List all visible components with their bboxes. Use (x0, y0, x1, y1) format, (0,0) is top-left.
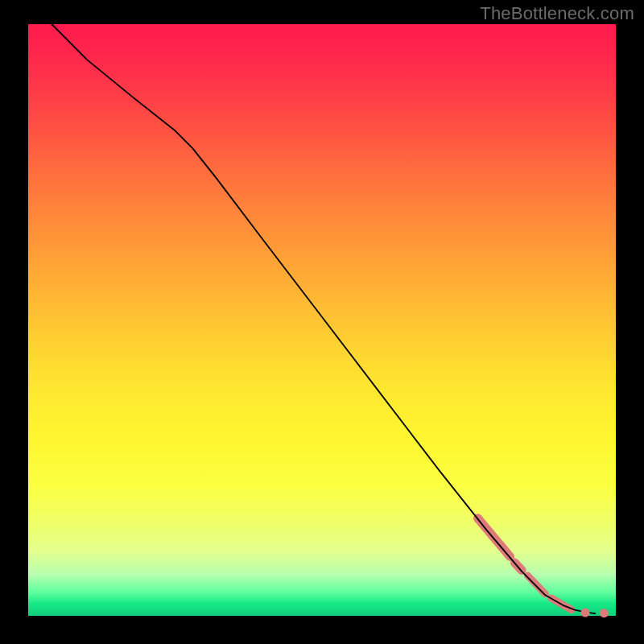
highlight-segment (528, 576, 546, 594)
plot-area (28, 24, 616, 616)
data-curve (52, 24, 595, 613)
highlight-dot (581, 609, 590, 617)
chart-svg (28, 24, 616, 616)
attribution-text: TheBottleneck.com (480, 3, 634, 24)
highlight-bands (478, 518, 572, 610)
chart-frame: TheBottleneck.com (0, 0, 644, 644)
highlight-dot (600, 609, 609, 617)
